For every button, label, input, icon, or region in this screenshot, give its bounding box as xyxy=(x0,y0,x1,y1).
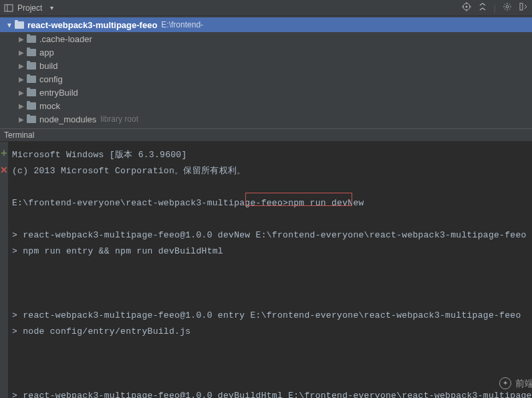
terminal-line: E:\frontend-everyone\react-webpack3-mult… xyxy=(12,195,532,211)
folder-icon xyxy=(27,49,36,56)
folder-icon xyxy=(27,62,36,70)
expand-arrow-icon[interactable]: ▶ xyxy=(17,62,25,70)
terminal-line: (c) 2013 Microsoft Corporation。保留所有权利。 xyxy=(12,163,532,179)
terminal-line xyxy=(12,179,532,195)
close-terminal-icon[interactable]: ✕ xyxy=(0,165,8,175)
hide-panel-icon[interactable] xyxy=(519,2,528,13)
terminal-body: + ✕ Microsoft Windows [版本 6.3.9600](c) 2… xyxy=(0,142,532,398)
terminal-content[interactable]: Microsoft Windows [版本 6.3.9600](c) 2013 … xyxy=(8,142,532,398)
svg-rect-9 xyxy=(520,3,523,10)
folder-icon xyxy=(27,102,36,110)
tree-item[interactable]: ▶config xyxy=(0,72,532,86)
tree-item-label: config xyxy=(39,74,63,84)
terminal-line: > node config/entry/entryBuild.js xyxy=(12,324,532,340)
tree-item-label: .cache-loader xyxy=(39,34,92,44)
wechat-icon: ✦ xyxy=(499,377,511,389)
folder-icon xyxy=(27,89,36,96)
expand-arrow-icon[interactable]: ▶ xyxy=(17,102,25,110)
tree-item-label: entryBuild xyxy=(39,88,78,98)
tree-item[interactable]: ▶node_moduleslibrary root xyxy=(0,112,532,126)
tree-item-label: node_modules xyxy=(39,114,96,124)
terminal-line xyxy=(12,340,532,356)
project-panel-label[interactable]: Project xyxy=(17,3,42,13)
terminal-line: Microsoft Windows [版本 6.3.9600] xyxy=(12,147,532,163)
expand-arrow-icon[interactable]: ▶ xyxy=(17,116,25,123)
terminal-line xyxy=(12,276,532,292)
tree-item[interactable]: ▶mock xyxy=(0,99,532,112)
svg-rect-0 xyxy=(5,5,13,11)
expand-arrow-icon[interactable]: ▶ xyxy=(17,49,25,56)
folder-icon xyxy=(27,116,36,123)
tree-item-label: build xyxy=(39,61,57,71)
terminal-header[interactable]: Terminal xyxy=(0,128,532,142)
tree-item[interactable]: ▶.cache-loader xyxy=(0,32,532,45)
terminal-line: > npm run entry && npm run devBuildHtml xyxy=(12,243,532,260)
expand-arrow-icon[interactable]: ▶ xyxy=(17,76,25,83)
terminal-line xyxy=(12,356,532,372)
terminal-gutter: + ✕ xyxy=(0,142,8,398)
terminal-line: > react-webpack3-multipage-feeo@1.0.0 de… xyxy=(12,227,532,243)
terminal-tab-label: Terminal xyxy=(4,130,34,140)
project-toolbar: Project ▾ | xyxy=(0,0,532,16)
tree-root-name: react-webpack3-multipage-feeo xyxy=(27,20,157,30)
terminal-line xyxy=(12,372,532,388)
folder-icon xyxy=(15,21,24,29)
locate-icon[interactable] xyxy=(462,2,471,13)
project-panel-icon xyxy=(4,3,13,13)
terminal-line: > react-webpack3-multipage-feeo@1.0.0 en… xyxy=(12,308,532,324)
tree-item[interactable]: ▶app xyxy=(0,45,532,59)
folder-icon xyxy=(27,76,36,83)
svg-point-8 xyxy=(506,5,509,8)
tree-item[interactable]: ▶entryBuild xyxy=(0,86,532,99)
terminal-line xyxy=(12,211,532,227)
divider: | xyxy=(494,3,496,13)
watermark-text: 前端人人 xyxy=(515,375,532,391)
settings-gear-icon[interactable] xyxy=(503,2,512,13)
project-tree[interactable]: ▼ react-webpack3-multipage-feeo E:\front… xyxy=(0,16,532,128)
project-view-dropdown[interactable]: ▾ xyxy=(50,4,53,11)
tree-root-path: E:\frontend- xyxy=(161,20,203,29)
toolbar-right: | xyxy=(462,2,528,13)
folder-icon xyxy=(27,35,36,43)
collapse-all-icon[interactable] xyxy=(478,2,487,13)
expand-arrow-icon[interactable]: ▶ xyxy=(17,35,25,43)
terminal-line xyxy=(12,292,532,308)
tree-item-label: mock xyxy=(39,101,60,111)
terminal-line: > react-webpack3-multipage-feeo@1.0.0 de… xyxy=(12,388,532,398)
tree-root[interactable]: ▼ react-webpack3-multipage-feeo E:\front… xyxy=(0,17,532,32)
expand-arrow-icon[interactable]: ▼ xyxy=(5,21,13,29)
svg-point-3 xyxy=(465,6,467,8)
add-terminal-icon[interactable]: + xyxy=(1,147,7,159)
expand-arrow-icon[interactable]: ▶ xyxy=(17,89,25,96)
terminal-line xyxy=(12,260,532,276)
tree-item[interactable]: ▶build xyxy=(0,59,532,72)
watermark: ✦ 前端人人 xyxy=(499,375,532,391)
toolbar-left: Project ▾ xyxy=(4,3,53,13)
tree-item-annotation: library root xyxy=(100,114,138,124)
tree-item-label: app xyxy=(39,47,54,58)
